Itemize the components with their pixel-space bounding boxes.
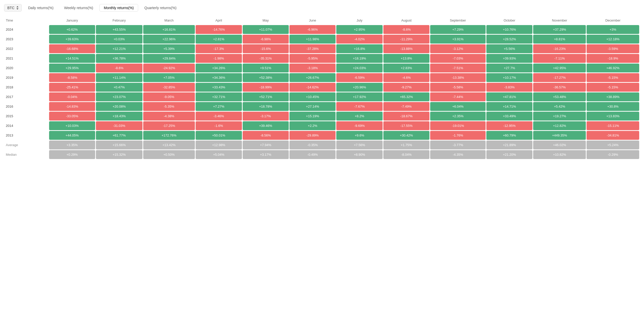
value-cell: -6.98% [243, 35, 289, 44]
value-cell: +13.8% [383, 54, 429, 63]
year-cell: 2021 [5, 54, 48, 63]
median-cell: -0.29% [587, 150, 639, 159]
header-apr: April [196, 16, 242, 24]
average-cell: +12.98% [196, 141, 242, 149]
tab-monthly[interactable]: Monthly returns(%) [99, 4, 138, 12]
value-cell: +0.62% [49, 25, 95, 34]
value-cell: -17.55% [383, 121, 429, 130]
value-cell: +46.92% [587, 64, 639, 72]
tab-weekly[interactable]: Weekly returns(%) [60, 4, 97, 12]
value-cell: +18.19% [336, 54, 382, 63]
value-cell: +14.51% [49, 54, 95, 63]
asset-selector[interactable]: BTC [4, 4, 22, 12]
average-cell: +7.56% [336, 141, 382, 149]
value-cell: +10.17% [486, 73, 532, 82]
value-cell: -0.04% [49, 92, 95, 101]
value-cell: -24.92% [143, 64, 195, 72]
value-cell: +18.78% [243, 102, 289, 111]
value-cell: +9.51% [243, 64, 289, 72]
average-cell: +5.24% [587, 141, 639, 149]
median-cell: -4.35% [430, 150, 486, 159]
value-cell: -4.02% [336, 35, 382, 44]
value-cell: +17.92% [336, 92, 382, 101]
value-cell: -7.51% [430, 64, 486, 72]
header-feb: February [96, 16, 142, 24]
value-cell: -17.25% [143, 121, 195, 130]
table-row: 2021+14.51%+36.78%+29.84%-1.98%-35.31%-5… [5, 54, 639, 63]
header-time: Time [5, 16, 48, 24]
value-cell: +23.07% [96, 92, 142, 101]
value-cell: -18.67% [383, 112, 429, 121]
value-cell: -1.6% [196, 121, 242, 130]
average-row: Average+3.35%+15.66%+13.42%+12.98%+7.94%… [5, 141, 639, 149]
value-cell: -31.03% [96, 121, 142, 130]
value-cell: +5.39% [143, 44, 195, 53]
year-cell: 2017 [5, 92, 48, 101]
median-cell: +15.32% [96, 150, 142, 159]
value-cell: +60.79% [486, 131, 532, 140]
value-cell: +26.67% [289, 73, 336, 82]
value-cell: +3.91% [430, 35, 486, 44]
value-cell: -13.88% [383, 44, 429, 53]
value-cell: +10.45% [289, 92, 336, 101]
value-cell: +29.95% [49, 64, 95, 72]
value-cell: -16.23% [533, 44, 586, 53]
value-cell: -1.98% [196, 54, 242, 63]
value-cell: +47.81% [486, 92, 532, 101]
year-cell: 2013 [5, 131, 48, 140]
value-cell: +2.35% [430, 112, 486, 121]
value-cell: -7.67% [336, 102, 382, 111]
value-cell: +13.83% [587, 112, 639, 121]
header-dec: December [587, 16, 639, 24]
average-cell: +1.75% [383, 141, 429, 149]
value-cell: -8.58% [49, 73, 95, 82]
value-cell: -36.57% [533, 83, 586, 92]
value-cell: +6.04% [430, 102, 486, 111]
value-cell: +39.46% [243, 121, 289, 130]
value-cell: +30.8% [587, 102, 639, 111]
value-cell: -3.12% [430, 44, 486, 53]
value-cell: -14.83% [49, 102, 95, 111]
tab-quarterly[interactable]: Quarterly returns(%) [140, 4, 181, 12]
year-cell: 2016 [5, 102, 48, 111]
value-cell: -17.27% [533, 73, 586, 82]
median-cell: +10.82% [533, 150, 586, 159]
value-cell: +19.27% [533, 112, 586, 121]
value-cell: +12.21% [96, 44, 142, 53]
returns-table: Time January February March April May Ju… [4, 16, 640, 160]
value-cell: -3.18% [289, 64, 336, 72]
value-cell: +28.52% [486, 35, 532, 44]
median-cell: +8.90% [336, 150, 382, 159]
value-cell: +5.56% [486, 44, 532, 53]
value-cell: +10.03% [49, 121, 95, 130]
value-cell: -3.17% [243, 112, 289, 121]
value-cell: +52.38% [243, 73, 289, 82]
asset-label: BTC [7, 6, 14, 10]
average-cell: -0.35% [289, 141, 336, 149]
value-cell: -9.05% [143, 92, 195, 101]
tab-daily[interactable]: Daily returns(%) [24, 4, 58, 12]
median-row: Median+0.29%+15.32%+0.50%+5.04%+3.17%-0.… [5, 150, 639, 159]
value-cell: +50.01% [196, 131, 242, 140]
value-cell: +16.81% [143, 25, 195, 34]
median-cell: -8.04% [383, 150, 429, 159]
median-cell: +3.17% [243, 150, 289, 159]
value-cell: -18.99% [243, 83, 289, 92]
median-cell: +0.50% [143, 150, 195, 159]
value-cell: +12.18% [587, 35, 639, 44]
value-cell: +12.82% [533, 121, 586, 130]
value-cell: -16.68% [49, 44, 95, 53]
value-cell: +2.83% [383, 64, 429, 72]
value-cell: -18.9% [587, 54, 639, 63]
table-row: 2015-33.05%+18.43%-4.38%-3.46%-3.17%+15.… [5, 112, 639, 121]
value-cell: -7.49% [383, 102, 429, 111]
header-jan: January [49, 16, 95, 24]
value-cell: +7.27% [196, 102, 242, 111]
value-cell: +61.77% [96, 131, 142, 140]
table-row: 2013+44.05%+61.77%+172.76%+50.01%-8.56%-… [5, 131, 639, 140]
value-cell: +20.96% [336, 83, 382, 92]
value-cell: +33.49% [486, 112, 532, 121]
value-cell: -5.15% [587, 73, 639, 82]
toolbar: BTC Daily returns(%) Weekly returns(%) M… [4, 4, 640, 12]
value-cell: +20.08% [96, 102, 142, 111]
